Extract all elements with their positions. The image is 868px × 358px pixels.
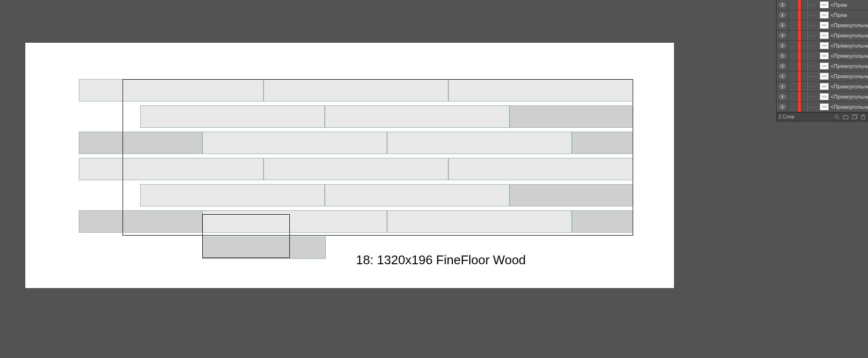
layer-lock-column[interactable] <box>788 31 798 40</box>
layer-visibility-toggle[interactable] <box>777 71 788 81</box>
layer-row[interactable]: <Прямоугольник <box>777 102 868 112</box>
plank-rectangle[interactable] <box>264 79 448 102</box>
layer-thumbnail[interactable] <box>820 73 829 80</box>
search-icon[interactable] <box>834 114 840 120</box>
layer-name-label[interactable]: <Прямоугольник <box>830 33 868 38</box>
layer-color-swatch[interactable] <box>798 71 801 81</box>
plank-rectangle[interactable] <box>572 132 633 154</box>
plank-rectangle[interactable] <box>202 210 387 233</box>
layer-visibility-toggle[interactable] <box>777 51 788 61</box>
layer-name-label[interactable]: <Прям <box>830 12 868 18</box>
layer-thumbnail[interactable] <box>820 22 829 29</box>
layer-thumbnail[interactable] <box>820 63 829 69</box>
layer-row[interactable]: <Прямоугольник <box>777 71 868 82</box>
layer-color-swatch[interactable] <box>798 82 801 91</box>
layer-lock-column[interactable] <box>788 41 798 51</box>
plank-rectangle[interactable] <box>448 79 633 102</box>
layer-color-swatch[interactable] <box>798 31 801 40</box>
layer-visibility-toggle[interactable] <box>777 92 788 102</box>
layer-name-label[interactable]: <Прямоугольник <box>830 22 868 28</box>
layer-visibility-toggle[interactable] <box>777 31 788 40</box>
layer-row[interactable]: <Прям <box>777 0 868 10</box>
layer-visibility-toggle[interactable] <box>777 20 788 30</box>
layer-row[interactable]: <Прямоугольник <box>777 41 868 51</box>
new-layer-icon[interactable] <box>851 114 857 120</box>
layer-color-swatch[interactable] <box>798 61 801 71</box>
layer-color-swatch[interactable] <box>798 41 801 51</box>
layer-lock-column[interactable] <box>788 61 798 71</box>
new-sublayer-icon[interactable] <box>843 114 849 120</box>
layer-name-label[interactable]: <Прямоугольник <box>830 63 868 69</box>
layers-panel-footer[interactable]: 2 Слои <box>777 112 868 121</box>
layer-name-label[interactable]: <Прямоугольник <box>830 104 868 110</box>
layer-lock-column[interactable] <box>788 71 798 81</box>
layer-lock-column[interactable] <box>788 102 798 112</box>
layer-thumbnail[interactable] <box>820 1 829 8</box>
layer-lock-column[interactable] <box>788 10 798 20</box>
layer-visibility-toggle[interactable] <box>777 82 788 91</box>
plank-rectangle[interactable] <box>325 105 510 128</box>
layer-name-label[interactable]: <Прямоугольник <box>830 84 868 89</box>
layer-thumbnail[interactable] <box>820 52 829 59</box>
plank-rectangle[interactable] <box>387 132 572 154</box>
eye-icon <box>779 104 786 109</box>
layer-row[interactable]: <Прямоугольник <box>777 61 868 71</box>
plank-rectangle[interactable] <box>202 237 326 259</box>
layer-thumbnail[interactable] <box>820 42 829 49</box>
layer-row[interactable]: <Прямоугольник <box>777 82 868 92</box>
layers-panel[interactable]: <Прям<Прям<Прямоугольник<Прямоугольник<П… <box>776 0 868 121</box>
plank-rectangle[interactable] <box>510 105 633 128</box>
layers-footer-icons <box>834 114 866 120</box>
plank-rectangle[interactable] <box>79 210 202 233</box>
layer-visibility-toggle[interactable] <box>777 61 788 71</box>
layer-row[interactable]: <Прямоугольник <box>777 51 868 61</box>
layer-thumbnail[interactable] <box>820 83 829 90</box>
layer-visibility-toggle[interactable] <box>777 0 788 10</box>
plank-rectangle[interactable] <box>140 184 325 206</box>
layer-visibility-toggle[interactable] <box>777 10 788 20</box>
layer-color-swatch[interactable] <box>798 0 801 10</box>
layer-thumbnail[interactable] <box>820 93 829 100</box>
layer-tree-indent <box>801 10 820 20</box>
layer-name-label[interactable]: <Прям <box>830 2 868 8</box>
layer-color-swatch[interactable] <box>798 10 801 20</box>
layer-visibility-toggle[interactable] <box>777 41 788 51</box>
plank-rectangle[interactable] <box>202 132 387 154</box>
layer-row[interactable]: <Прям <box>777 10 868 20</box>
plank-rectangle[interactable] <box>448 158 633 180</box>
layer-row[interactable]: <Прямоугольник <box>777 31 868 41</box>
layer-color-swatch[interactable] <box>798 92 801 102</box>
layer-lock-column[interactable] <box>788 51 798 61</box>
plank-rectangle[interactable] <box>79 158 264 180</box>
layer-lock-column[interactable] <box>788 20 798 30</box>
plank-rectangle[interactable] <box>140 105 325 128</box>
layer-lock-column[interactable] <box>788 92 798 102</box>
layer-thumbnail[interactable] <box>820 12 829 18</box>
layer-thumbnail[interactable] <box>820 32 829 39</box>
layer-name-label[interactable]: <Прямоугольник <box>830 43 868 49</box>
layer-color-swatch[interactable] <box>798 20 801 30</box>
layer-name-label[interactable]: <Прямоугольник <box>830 53 868 59</box>
layer-thumbnail[interactable] <box>820 103 829 110</box>
layer-color-swatch[interactable] <box>798 51 801 61</box>
layer-lock-column[interactable] <box>788 0 798 10</box>
plank-rectangle[interactable] <box>264 158 448 180</box>
layer-name-label[interactable]: <Прямоугольник <box>830 94 868 100</box>
plank-rectangle[interactable] <box>387 210 572 233</box>
layer-color-swatch[interactable] <box>798 102 801 112</box>
layers-list[interactable]: <Прям<Прям<Прямоугольник<Прямоугольник<П… <box>777 0 868 112</box>
plank-rectangle[interactable] <box>79 132 202 154</box>
plank-rectangle[interactable] <box>510 184 633 206</box>
canvas[interactable] <box>25 43 674 288</box>
layer-name-label[interactable]: <Прямоугольник <box>830 73 868 79</box>
trash-icon[interactable] <box>860 114 866 120</box>
layer-tree-indent <box>801 61 820 71</box>
plank-rectangle[interactable] <box>572 210 633 233</box>
plank-rectangle[interactable] <box>79 79 264 102</box>
artboard[interactable]: 18: 1320x196 FineFloor Wood <box>25 43 674 288</box>
layer-lock-column[interactable] <box>788 82 798 91</box>
layer-row[interactable]: <Прямоугольник <box>777 92 868 102</box>
layer-visibility-toggle[interactable] <box>777 102 788 112</box>
plank-rectangle[interactable] <box>325 184 510 206</box>
layer-row[interactable]: <Прямоугольник <box>777 20 868 31</box>
